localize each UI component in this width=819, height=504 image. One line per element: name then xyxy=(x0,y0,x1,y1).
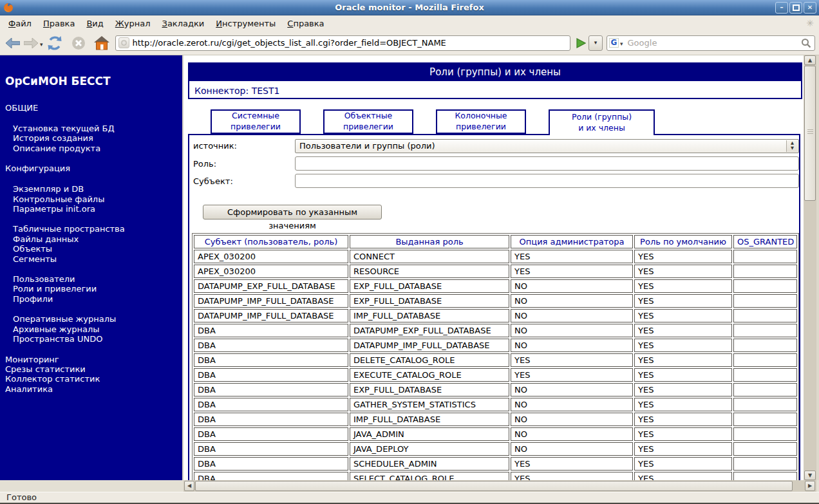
table-cell: DBA xyxy=(194,339,348,352)
table-cell: YES xyxy=(634,472,732,480)
sidebar-item[interactable]: Параметры init.ora xyxy=(13,204,182,214)
vertical-scrollbar-thumb[interactable] xyxy=(804,66,816,201)
sidebar-item[interactable]: Экземпляр и DB xyxy=(13,184,182,194)
sidebar-item[interactable]: Пространства UNDO xyxy=(13,334,182,344)
sidebar-item[interactable]: Сегменты xyxy=(13,254,182,264)
table-cell xyxy=(733,339,797,352)
forward-button[interactable] xyxy=(22,33,40,53)
table-cell: IMP_FULL_DATABASE xyxy=(350,413,509,426)
table-cell: YES xyxy=(511,250,633,263)
scroll-down-button[interactable]: ▼ xyxy=(804,471,816,480)
scroll-right-button[interactable]: ▶ xyxy=(805,481,815,491)
sidebar-item[interactable]: Оперативные журналы xyxy=(13,314,182,324)
scroll-up-button[interactable]: ▲ xyxy=(804,55,816,65)
table-cell xyxy=(733,368,797,382)
sidebar-item[interactable]: История создания xyxy=(13,133,182,143)
tab-active[interactable]: Роли (группы) и их члены xyxy=(549,109,655,135)
subject-input[interactable] xyxy=(295,174,799,188)
stop-button[interactable] xyxy=(69,33,88,53)
search-box[interactable]: G ▾ Google xyxy=(607,35,815,51)
url-dropdown-button[interactable]: ▾ xyxy=(588,35,603,51)
sidebar-item[interactable]: Описание продукта xyxy=(13,144,182,153)
menu-bar-items: ФайлПравкаВидЖурналЗакладкиИнструментыСп… xyxy=(3,17,330,30)
table-cell: NO xyxy=(511,427,633,441)
table-cell: YES xyxy=(634,457,732,471)
table-row: DBAEXECUTE_CATALOG_ROLEYESYES xyxy=(194,368,797,382)
select-spinner-icon[interactable]: ▲ ▼ xyxy=(786,140,798,152)
sidebar-item[interactable]: Контрольные файлы xyxy=(13,194,182,204)
scroll-left-button[interactable]: ◀ xyxy=(184,481,194,491)
go-button[interactable] xyxy=(574,35,588,51)
table-cell: DBA xyxy=(194,472,348,480)
table-cell: YES xyxy=(634,309,732,322)
table-cell: IMP_FULL_DATABASE xyxy=(350,309,509,322)
sidebar-item[interactable]: Пользователи xyxy=(13,274,182,284)
menu-item[interactable]: Справка xyxy=(281,17,330,30)
status-bar: Готово xyxy=(0,492,819,503)
horizontal-scrollbar-thumb[interactable] xyxy=(195,481,793,491)
table-cell: EXP_FULL_DATABASE xyxy=(350,383,509,397)
role-input[interactable] xyxy=(295,156,799,171)
sidebar-section: Конфигурация xyxy=(5,163,182,173)
role-label: Роль: xyxy=(193,159,216,169)
table-cell: YES xyxy=(634,398,732,411)
page-favicon-icon xyxy=(118,37,129,48)
maximize-icon xyxy=(793,5,800,11)
sidebar-item[interactable]: Архивные журналы xyxy=(13,324,182,334)
sidebar-item[interactable]: Коллектор статистик xyxy=(5,374,182,384)
table-cell: YES xyxy=(634,353,732,367)
source-select[interactable]: Пользователи и группы (роли) ▲ ▼ xyxy=(295,139,799,153)
search-input[interactable]: Google xyxy=(628,38,801,48)
throbber-icon: ✳ xyxy=(806,18,814,28)
table-row: DBASELECT_CATALOG_ROLEYESYES xyxy=(194,472,797,480)
table-cell: DATAPUMP_IMP_FULL_DATABASE xyxy=(194,294,348,308)
tab[interactable]: Колоночные привелегии xyxy=(436,109,526,134)
table-cell: SCHEDULER_ADMIN xyxy=(350,457,509,471)
back-button[interactable] xyxy=(4,33,22,53)
vertical-scrollbar[interactable]: ▲ ▼ xyxy=(804,55,816,480)
reload-button[interactable] xyxy=(44,33,65,53)
table-cell: NO xyxy=(511,398,633,411)
table-row: DBAIMP_FULL_DATABASENOYES xyxy=(194,413,797,426)
submit-button[interactable]: Сформировать по указанным значениям xyxy=(203,205,382,219)
table-cell: NO xyxy=(511,279,633,293)
search-magnifier-icon[interactable] xyxy=(801,38,811,48)
table-row: DATAPUMP_IMP_FULL_DATABASEEXP_FULL_DATAB… xyxy=(194,294,797,308)
sidebar-link-group: МониторингСрезы статистикиКоллектор стат… xyxy=(5,355,182,395)
tab[interactable]: Объектные привелегии xyxy=(323,109,413,134)
menu-item[interactable]: Вид xyxy=(80,17,109,30)
table-cell: YES xyxy=(511,353,633,367)
table-header-cell: Субъект (пользователь, роль) xyxy=(194,235,348,248)
home-button[interactable] xyxy=(92,33,111,53)
menu-item[interactable]: Правка xyxy=(37,17,80,30)
menu-item[interactable]: Закладки xyxy=(156,17,211,30)
maximize-button[interactable] xyxy=(789,2,802,14)
tab[interactable]: Системные привелегии xyxy=(211,109,301,134)
sidebar-item[interactable]: Роли и привелегии xyxy=(13,284,182,294)
table-cell: JAVA_DEPLOY xyxy=(350,442,509,456)
sidebar-item[interactable]: Файлы данных xyxy=(13,234,182,244)
minimize-button[interactable]: – xyxy=(775,2,788,14)
close-button[interactable]: ✕ xyxy=(804,2,816,14)
sidebar-item[interactable]: Аналитика xyxy=(5,384,182,394)
sidebar-item[interactable]: Срезы статистики xyxy=(5,364,182,374)
table-cell: DBA xyxy=(194,398,348,411)
sidebar-item[interactable]: Объекты xyxy=(13,244,182,254)
menu-item[interactable]: Файл xyxy=(3,17,37,30)
url-bar[interactable]: http://oracle.zerot.ru/cgi/get_objects_l… xyxy=(115,35,570,51)
table-cell: NO xyxy=(511,324,633,337)
menu-item[interactable]: Журнал xyxy=(109,17,156,30)
search-engine-caret-icon[interactable]: ▾ xyxy=(620,41,623,47)
table-cell: DBA xyxy=(194,442,348,456)
table-row: DBASCHEDULER_ADMINYESYES xyxy=(194,457,797,471)
roles-table-head: Субъект (пользователь, роль)Выданная рол… xyxy=(194,235,797,248)
google-logo-icon: G xyxy=(609,38,619,48)
table-cell xyxy=(733,457,797,471)
sidebar-item[interactable]: Мониторинг xyxy=(5,355,182,364)
sidebar-item[interactable]: Профили xyxy=(13,294,182,304)
sidebar-item[interactable]: Табличные пространства xyxy=(13,224,182,234)
table-cell: DELETE_CATALOG_ROLE xyxy=(350,353,509,367)
url-text[interactable]: http://oracle.zerot.ru/cgi/get_objects_l… xyxy=(133,38,446,48)
menu-item[interactable]: Инструменты xyxy=(210,17,281,30)
sidebar-item[interactable]: Установка текущей БД xyxy=(13,124,182,133)
